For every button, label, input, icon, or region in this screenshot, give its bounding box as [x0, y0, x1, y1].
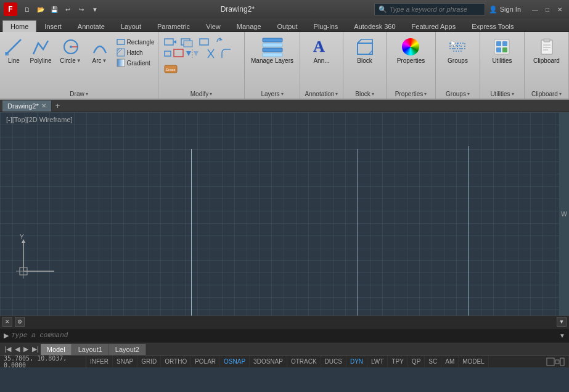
properties-label: Properties: [397, 57, 425, 64]
draw-expand-arrow[interactable]: ▾: [86, 91, 88, 97]
ribbon-tab-home[interactable]: Home: [2, 20, 36, 32]
sign-in-label[interactable]: Sign In: [500, 6, 521, 13]
properties-expand-arrow[interactable]: ▾: [424, 91, 427, 97]
command-close-button[interactable]: ✕: [2, 317, 12, 327]
redo-button[interactable]: ↪: [75, 3, 88, 15]
ribbon-group-groups: Groups Groups ▾: [436, 32, 480, 99]
command-dropdown-button[interactable]: ▼: [559, 332, 565, 339]
command-settings-button[interactable]: ⚙: [15, 317, 25, 327]
gradient-label: Gradient: [127, 60, 150, 67]
ortho-button[interactable]: ORTHO: [161, 356, 191, 368]
am-button[interactable]: AM: [441, 356, 459, 368]
command-input[interactable]: [11, 332, 557, 339]
layout-nav-prev[interactable]: ◀: [13, 345, 22, 353]
layout-nav-first[interactable]: |◀: [2, 345, 13, 353]
tpy-button[interactable]: TPY: [388, 356, 407, 368]
3dosnap-button[interactable]: 3DOSNAP: [250, 356, 287, 368]
clipboard-icon-el: [537, 37, 557, 57]
arc-button[interactable]: Arc ▼: [88, 36, 112, 65]
gradient-button[interactable]: Gradient: [115, 58, 157, 68]
line-icon: [4, 37, 23, 57]
lwt-button[interactable]: LWT: [367, 356, 388, 368]
close-tab-button[interactable]: ✕: [41, 102, 46, 109]
annotation-tools: A Ann...: [309, 35, 334, 89]
circle-dropdown-arrow[interactable]: ▼: [76, 58, 81, 63]
groups-button[interactable]: Groups: [445, 36, 470, 65]
rectangle-button[interactable]: Rectangle: [115, 37, 157, 47]
line-button[interactable]: Line: [1, 36, 26, 65]
dyn-button[interactable]: DYN: [346, 356, 367, 368]
sign-in-area: 👤 Sign In: [489, 6, 521, 14]
clipboard-button[interactable]: Clipboard: [531, 36, 562, 65]
drawing-canvas[interactable]: [0, 112, 569, 316]
customize-button[interactable]: ▼: [89, 3, 101, 15]
save-button[interactable]: 💾: [48, 3, 60, 15]
maximize-button[interactable]: □: [542, 4, 553, 15]
svg-point-5: [70, 46, 72, 48]
layout-nav-last[interactable]: ▶|: [30, 345, 41, 353]
new-tab-button[interactable]: +: [52, 101, 64, 110]
title-bar: F 🗋 📂 💾 ↩ ↪ ▼ Drawing2* 🔍 👤 Sign In — □ …: [0, 0, 569, 18]
command-expand-button[interactable]: ▼: [557, 317, 567, 327]
ribbon-tab-view[interactable]: View: [198, 20, 229, 32]
minimize-button[interactable]: —: [530, 4, 541, 15]
layout-nav-next[interactable]: ▶: [22, 345, 30, 353]
circle-button[interactable]: Circle ▼: [55, 36, 86, 65]
layout-tab-layout2[interactable]: Layout2: [109, 344, 146, 355]
otrack-button[interactable]: OTRACK: [287, 356, 321, 368]
annotation-button[interactable]: A Ann...: [309, 36, 334, 65]
viewport-label: [-][Top][2D Wireframe]: [6, 116, 73, 123]
draw-group-label: Draw ▾: [2, 89, 155, 99]
ribbon-tab-express-tools[interactable]: Express Tools: [464, 20, 522, 32]
ribbon-tab-autodesk-360[interactable]: Autodesk 360: [346, 20, 403, 32]
undo-button[interactable]: ↩: [62, 3, 74, 15]
utilities-button[interactable]: Utilities: [489, 36, 514, 65]
layout-tab-model[interactable]: Model: [41, 344, 72, 355]
osnap-button[interactable]: OSNAP: [220, 356, 250, 368]
drawing-tab[interactable]: Drawing2* ✕: [2, 100, 52, 112]
new-button[interactable]: 🗋: [21, 3, 33, 15]
polyline-button[interactable]: Polyline: [27, 36, 54, 65]
layers-expand-arrow[interactable]: ▾: [281, 91, 284, 97]
search-input[interactable]: [390, 6, 481, 13]
ribbon-tab-annotate[interactable]: Annotate: [70, 20, 113, 32]
ribbon-tab-parametric[interactable]: Parametric: [149, 20, 198, 32]
polar-button[interactable]: POLAR: [191, 356, 220, 368]
app-icon[interactable]: F: [4, 2, 17, 16]
infer-button[interactable]: INFER: [86, 356, 113, 368]
properties-group-label: Properties ▾: [389, 89, 433, 99]
properties-button[interactable]: Properties: [395, 36, 428, 65]
qp-button[interactable]: QP: [408, 356, 425, 368]
line-label: Line: [8, 57, 20, 64]
close-button[interactable]: ✕: [554, 4, 565, 15]
ducs-button[interactable]: DUCS: [321, 356, 346, 368]
manage-layers-button[interactable]: Manage Layers: [248, 36, 296, 65]
annotation-expand-arrow[interactable]: ▾: [335, 91, 338, 97]
block-expand-arrow[interactable]: ▾: [372, 91, 374, 97]
block-button[interactable]: Block: [353, 36, 377, 65]
ribbon-tab-layout[interactable]: Layout: [113, 20, 149, 32]
search-bar[interactable]: 🔍: [374, 3, 485, 15]
model-status-button[interactable]: MODEL: [459, 356, 489, 368]
sc-button[interactable]: SC: [425, 356, 441, 368]
clipboard-expand-arrow[interactable]: ▾: [559, 91, 562, 97]
ribbon-tab-output[interactable]: Output: [269, 20, 306, 32]
layers-tools: Manage Layers: [248, 35, 296, 89]
utilities-expand-arrow[interactable]: ▾: [512, 91, 514, 97]
polyline-icon: [31, 37, 51, 57]
ribbon-tab-insert[interactable]: Insert: [36, 20, 70, 32]
viewport-controls[interactable]: [542, 356, 569, 368]
ribbon-tab-plug-ins[interactable]: Plug-ins: [306, 20, 346, 32]
window-title: Drawing2*: [105, 5, 370, 14]
ribbon-tab-featured-apps[interactable]: Featured Apps: [404, 20, 464, 32]
layout-tab-layout1[interactable]: Layout1: [72, 344, 109, 355]
ribbon-tab-manage[interactable]: Manage: [229, 20, 269, 32]
modify-expand-arrow[interactable]: ▾: [210, 91, 212, 97]
groups-expand-arrow[interactable]: ▾: [467, 91, 470, 97]
grid-button[interactable]: GRID: [137, 356, 161, 368]
hatch-button[interactable]: Hatch: [115, 47, 157, 57]
block-group-label: Block ▾: [346, 89, 383, 99]
arc-dropdown-arrow[interactable]: ▼: [102, 58, 107, 63]
open-button[interactable]: 📂: [35, 3, 47, 15]
snap-button[interactable]: SNAP: [113, 356, 137, 368]
